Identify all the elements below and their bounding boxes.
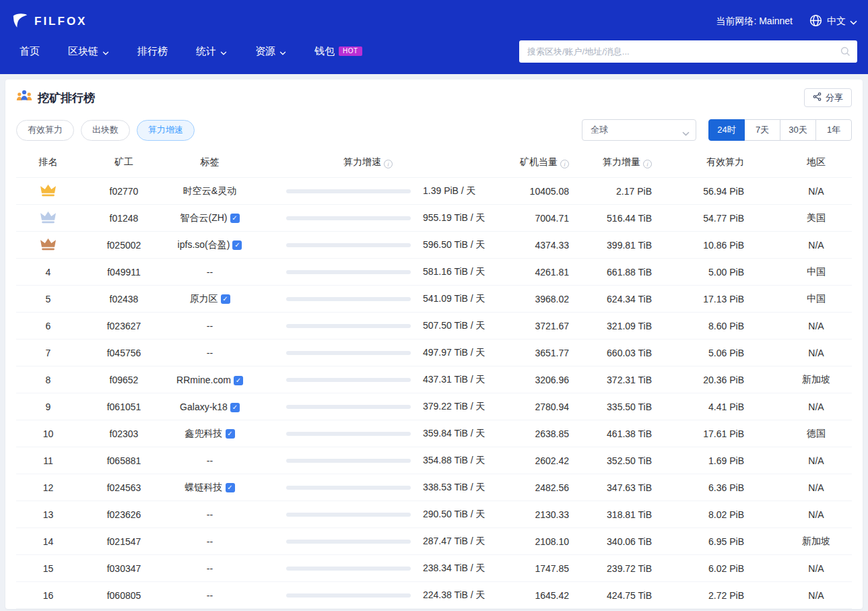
- growth-rate-cell: 338.53 TiB / 天: [252, 482, 484, 494]
- nav-item-label: 区块链: [68, 45, 98, 58]
- region-value: N/A: [747, 186, 852, 197]
- miner-tag-cell[interactable]: --: [168, 455, 252, 466]
- growth-rate-cell: 238.34 TiB / 天: [252, 562, 484, 575]
- miner-equivalent-value: 7004.71: [484, 213, 572, 224]
- miner-id[interactable]: f024563: [80, 482, 168, 493]
- miner-tag-cell[interactable]: 时空云&灵动: [168, 185, 252, 197]
- column-header-miner-equivalent: 矿机当量: [484, 156, 572, 168]
- miner-tag-cell[interactable]: --: [168, 536, 252, 547]
- search-input[interactable]: [519, 40, 857, 63]
- miner-tag-cell[interactable]: --: [168, 321, 252, 331]
- time-range-button[interactable]: 30天: [780, 119, 816, 141]
- rank-crown-icon: [40, 183, 57, 199]
- miner-tag-cell[interactable]: --: [168, 267, 252, 278]
- power-increase-value: 372.31 TiB: [572, 375, 655, 385]
- growth-rate-cell: 379.22 TiB / 天: [252, 401, 484, 413]
- miner-tag: --: [207, 321, 213, 331]
- miner-tag-cell[interactable]: --: [168, 509, 252, 520]
- region-value: N/A: [747, 321, 852, 331]
- language-switcher[interactable]: 中文: [809, 13, 857, 30]
- miner-id[interactable]: f09652: [80, 375, 168, 385]
- column-header-region: 地区: [747, 156, 852, 168]
- miner-id[interactable]: f023627: [80, 321, 168, 331]
- power-increase-value: 399.81 TiB: [572, 240, 655, 251]
- rank-cell: 11: [16, 455, 80, 466]
- filter-chip[interactable]: 有效算力: [16, 120, 74, 141]
- growth-rate-value: 359.84 TiB / 天: [423, 428, 486, 440]
- miner-tag-cell[interactable]: ipfs.so(合盈): [168, 239, 252, 251]
- miner-id[interactable]: f065881: [80, 455, 168, 466]
- growth-rate-bar: [286, 324, 411, 328]
- nav-item[interactable]: 统计: [196, 45, 227, 58]
- nav-item-label: 统计: [196, 45, 216, 58]
- rank-crown-icon: [40, 210, 57, 226]
- miner-id[interactable]: f02438: [80, 294, 168, 304]
- growth-rate-bar: [286, 486, 411, 490]
- effective-power-value: 8.02 PiB: [655, 509, 747, 520]
- growth-rate-cell: 287.47 TiB / 天: [252, 536, 484, 548]
- rank-number: 7: [46, 348, 51, 358]
- miner-id[interactable]: f01248: [80, 213, 168, 224]
- filter-chip[interactable]: 出块数: [81, 120, 130, 141]
- info-icon[interactable]: [384, 160, 393, 168]
- table-header: 排名 矿工 标签 算力增速 矿机当量 算力增量 有效算力 地区: [16, 147, 852, 178]
- region-select[interactable]: 全球: [582, 119, 696, 141]
- miner-equivalent-value: 4374.33: [484, 240, 572, 251]
- miner-id[interactable]: f02770: [80, 186, 168, 197]
- rank-crown-icon: [40, 237, 57, 253]
- miner-tag-cell[interactable]: RRmine.com: [168, 375, 252, 385]
- growth-rate-bar: [286, 567, 411, 571]
- nav-item[interactable]: 钱包 HOT: [314, 45, 362, 58]
- rank-cell: 7: [16, 348, 80, 358]
- share-button[interactable]: 分享: [804, 88, 852, 107]
- miner-tag-cell[interactable]: 鑫兜科技: [168, 428, 252, 440]
- growth-rate-value: 224.38 TiB / 天: [423, 589, 486, 602]
- controls-right: 全球 24时7天30天1年: [582, 119, 852, 141]
- filter-chip[interactable]: 算力增速: [137, 120, 195, 141]
- nav-item[interactable]: 资源: [255, 45, 286, 58]
- growth-rate-value: 379.22 TiB / 天: [423, 401, 486, 413]
- effective-power-value: 54.77 PiB: [655, 213, 747, 224]
- miner-tag-cell[interactable]: 蝶链科技: [168, 482, 252, 494]
- info-icon[interactable]: [560, 160, 569, 168]
- miner-id[interactable]: f049911: [80, 267, 168, 278]
- miner-tag-cell[interactable]: 智合云(ZH): [168, 212, 252, 224]
- power-increase-value: 424.75 TiB: [572, 590, 655, 601]
- miner-id[interactable]: f025002: [80, 240, 168, 251]
- nav-item[interactable]: 首页: [20, 45, 40, 58]
- globe-icon: [809, 13, 823, 30]
- miner-equivalent-value: 3651.77: [484, 348, 572, 358]
- language-label: 中文: [827, 15, 846, 28]
- verified-badge-icon: [226, 483, 235, 492]
- miner-id[interactable]: f045756: [80, 348, 168, 358]
- region-value: 中国: [747, 293, 852, 305]
- time-range-button[interactable]: 24时: [708, 119, 745, 141]
- miner-equivalent-value: 2108.10: [484, 536, 572, 547]
- miner-tag-cell[interactable]: Galaxy-k18: [168, 401, 252, 412]
- miner-id[interactable]: f023626: [80, 509, 168, 520]
- info-icon[interactable]: [643, 160, 652, 168]
- time-range-button[interactable]: 7天: [744, 119, 780, 141]
- nav-item[interactable]: 排行榜: [137, 45, 168, 58]
- miner-tag-cell[interactable]: --: [168, 563, 252, 574]
- power-increase-value: 352.50 TiB: [572, 455, 655, 466]
- table-row: 10 f02303 鑫兜科技 359.84 TiB / 天 2638.85 46…: [16, 420, 852, 447]
- miner-tag-cell[interactable]: 原力区: [168, 293, 252, 305]
- miner-id[interactable]: f061051: [80, 401, 168, 412]
- logo-text: FILFOX: [34, 15, 87, 28]
- miner-id[interactable]: f021547: [80, 536, 168, 547]
- miner-tag-cell[interactable]: --: [168, 590, 252, 601]
- share-icon: [813, 92, 822, 103]
- verified-badge-icon: [230, 214, 240, 223]
- search-icon[interactable]: [840, 46, 851, 59]
- miner-equivalent-value: 4261.81: [484, 267, 572, 278]
- growth-rate-bar: [286, 270, 411, 274]
- miner-id[interactable]: f060805: [80, 590, 168, 601]
- miner-id[interactable]: f030347: [80, 563, 168, 574]
- rank-number: 11: [43, 455, 53, 466]
- nav-item[interactable]: 区块链: [68, 45, 109, 58]
- miner-id[interactable]: f02303: [80, 428, 168, 439]
- miner-tag-cell[interactable]: --: [168, 348, 252, 358]
- filfox-logo[interactable]: FILFOX: [11, 11, 87, 32]
- time-range-button[interactable]: 1年: [815, 119, 852, 141]
